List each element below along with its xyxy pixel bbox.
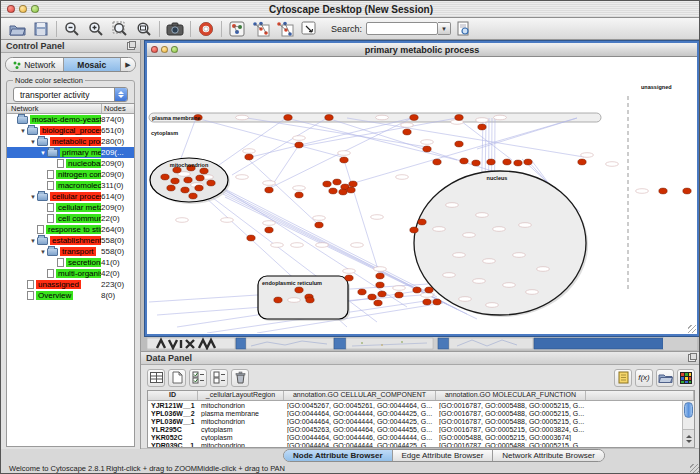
tab-node-attribute-browser[interactable]: Node Attribute Browser <box>284 450 393 461</box>
tree-item-multi-organism-pro[interactable]: multi-organism pro42(0) <box>7 268 134 279</box>
tree-item-label: establishment of lo <box>50 236 101 245</box>
search-go-icon[interactable] <box>451 19 475 39</box>
table-row[interactable]: YKR052Ccytoplasm[GO:0044464, GO:0044446,… <box>148 433 694 441</box>
network-node <box>578 159 586 165</box>
tree-item-unassigned[interactable]: unassigned223(0) <box>7 279 134 290</box>
network-node <box>207 180 215 186</box>
tree-item-cellular-process[interactable]: ▼cellular process614(0) <box>7 191 134 202</box>
tree-item-label: Overview <box>36 291 73 300</box>
tree-header-nodes[interactable]: Nodes <box>102 104 134 113</box>
annotation-icon[interactable] <box>297 19 321 39</box>
table-scrollbar[interactable] <box>682 401 694 447</box>
tab-edge-attribute-browser[interactable]: Edge Attribute Browser <box>393 450 494 461</box>
view-resize-grip[interactable] <box>688 325 696 333</box>
col-cellular-layout-region[interactable]: _cellularLayoutRegion <box>198 391 284 400</box>
unselect-attributes-icon[interactable] <box>210 369 228 387</box>
snapshot-icon[interactable] <box>163 19 187 39</box>
network-leaf-icon <box>47 214 54 223</box>
attribute-table-icon[interactable] <box>147 369 165 387</box>
network-canvas[interactable]: plasma membranecytoplasmmitochondrionnuc… <box>147 57 697 333</box>
formula-icon[interactable]: f(x) <box>635 369 653 387</box>
zoom-region-icon[interactable] <box>132 19 156 39</box>
new-attribute-icon[interactable] <box>168 369 186 387</box>
node-label <box>636 189 649 194</box>
zoom-fit-icon[interactable] <box>108 19 132 39</box>
delete-attribute-icon[interactable] <box>231 369 249 387</box>
import-attributes-icon[interactable] <box>656 369 674 387</box>
network-node <box>358 289 366 295</box>
background-windows-strip[interactable] <box>147 337 697 350</box>
col-id[interactable]: ID <box>148 391 198 400</box>
table-cell: [GO:0016787, GO:0005488, GO:0005215, G..… <box>436 418 586 425</box>
expand-arrow-icon[interactable]: ▼ <box>29 238 37 244</box>
tab-mosaic[interactable]: Mosaic <box>64 58 122 71</box>
table-scrollbar-thumb[interactable] <box>684 402 693 418</box>
expand-arrow-icon[interactable]: ▼ <box>39 249 47 255</box>
expand-arrow-icon[interactable]: ▼ <box>19 128 27 134</box>
select-attributes-icon[interactable] <box>189 369 207 387</box>
network-view-titlebar[interactable]: primary metabolic process <box>147 43 697 57</box>
tree-item-cellular-metabo[interactable]: cellular metabo209(0) <box>7 202 134 213</box>
table-scrollbar-arrows[interactable] <box>683 429 695 447</box>
status-zoom-hint: Right-click + drag to ZOOM <box>106 464 197 473</box>
layout-icon[interactable] <box>273 19 297 39</box>
window-resize-grip[interactable] <box>690 464 700 474</box>
expand-arrow-icon[interactable]: ▼ <box>29 194 37 200</box>
network-node <box>524 159 532 165</box>
zoom-in-icon[interactable] <box>84 19 108 39</box>
network-node <box>325 115 333 121</box>
tree-item-nucleobase[interactable]: nucleobase-209(0) <box>7 158 134 169</box>
table-row[interactable]: YDR039C__1mitochondrion[GO:0044464, GO:0… <box>148 441 694 448</box>
network-node <box>413 287 421 293</box>
node-label <box>291 243 304 248</box>
tree-item-metabolic-process[interactable]: ▼metabolic process280(0) <box>7 136 134 147</box>
first-neighbors-icon[interactable] <box>249 19 273 39</box>
float-panel-icon[interactable] <box>127 42 135 50</box>
status-welcome: Welcome to Cytoscape 2.8.1 <box>9 464 105 473</box>
tree-item-macromolecule[interactable]: macromolecule311(0) <box>7 180 134 191</box>
tree-item-secretion[interactable]: secretion41(0) <box>7 257 134 268</box>
tree-item-mosaic-demo-yeast[interactable]: mosaic-demo-yeast874(0) <box>7 114 134 125</box>
expand-arrow-icon[interactable]: ▼ <box>39 150 47 156</box>
save-icon[interactable] <box>29 19 53 39</box>
control-panel: Control Panel Network Mosaic ▶ Node colo… <box>1 40 141 449</box>
tree-item-transport[interactable]: ▼transport558(0) <box>7 246 134 257</box>
col-go-cellular-component[interactable]: annotation.GO CELLULAR_COMPONENT <box>284 391 436 400</box>
node-label <box>396 175 409 180</box>
expand-arrow-icon[interactable]: ▼ <box>29 139 37 145</box>
tree-item-biological-process[interactable]: ▼biological_process651(0) <box>7 125 134 136</box>
network-node <box>295 287 303 293</box>
region-label: endoplasmic reticulum <box>262 280 322 286</box>
search-input[interactable] <box>366 22 438 35</box>
tree-item-cell-communicat[interactable]: cell communicat22(0) <box>7 213 134 224</box>
node-color-dropdown[interactable]: transporter activity <box>13 87 128 102</box>
col-go-molecular-function[interactable]: annotation.GO MOLECULAR_FUNCTION <box>436 391 586 400</box>
node-color-selection-label: Node color selection <box>13 76 85 85</box>
tabs-overflow-icon[interactable]: ▶ <box>121 58 135 71</box>
open-file-icon[interactable] <box>5 19 29 39</box>
attribute-table-header: ID _cellularLayoutRegion annotation.GO C… <box>148 391 694 401</box>
tree-item-label: multi-organism pro <box>56 269 101 278</box>
notes-icon[interactable] <box>614 369 632 387</box>
table-cell: plasma membrane <box>198 410 284 417</box>
matrix-icon[interactable] <box>677 369 695 387</box>
node-label <box>393 286 406 291</box>
tree-item-response-to-stimulu[interactable]: response to stimulu264(0) <box>7 224 134 235</box>
region-label: plasma membrane <box>152 115 200 121</box>
table-row[interactable]: YPL036W__2plasma membrane[GO:0044464, GO… <box>148 409 694 417</box>
help-icon[interactable] <box>194 19 218 39</box>
table-row[interactable]: YPL036W__1mitochondrion[GO:0044464, GO:0… <box>148 417 694 425</box>
tree-item-nitrogen-compo[interactable]: nitrogen compo209(0) <box>7 169 134 180</box>
table-row[interactable]: YJR121W__1mitochondrion[GO:0045267, GO:0… <box>148 401 694 409</box>
float-data-panel-icon[interactable] <box>688 354 696 362</box>
tree-header-network[interactable]: Network <box>7 104 102 113</box>
network-overview-icon[interactable] <box>225 19 249 39</box>
tab-network-attribute-browser[interactable]: Network Attribute Browser <box>493 450 603 461</box>
tree-item-overview[interactable]: Overview8(0) <box>7 290 134 301</box>
search-dropdown-icon[interactable]: ▼ <box>438 22 451 35</box>
tree-item-establishment-of-lo[interactable]: ▼establishment of lo558(0) <box>7 235 134 246</box>
zoom-out-icon[interactable] <box>60 19 84 39</box>
tree-item-primary-metabo[interactable]: ▼primary metabo209(... <box>7 147 134 158</box>
tab-network[interactable]: Network <box>6 58 64 71</box>
table-row[interactable]: YLR295Ccytoplasm[GO:0045263, GO:0044464,… <box>148 425 694 433</box>
